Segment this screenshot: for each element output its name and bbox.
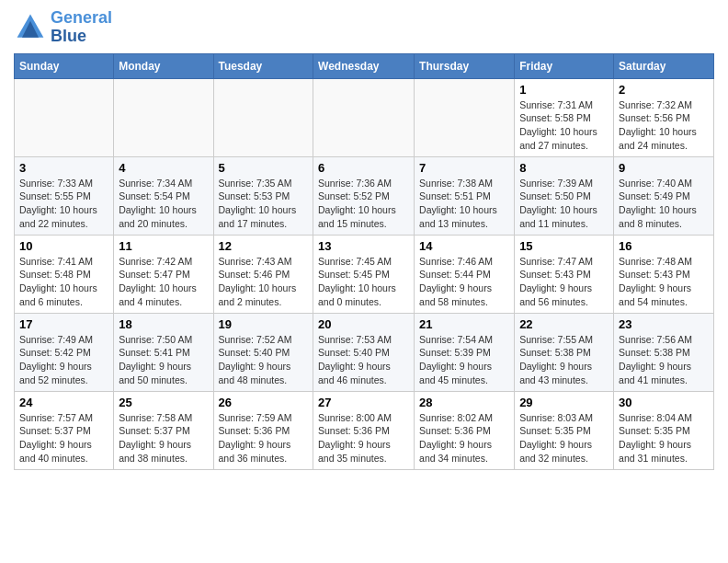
calendar-cell: 21Sunrise: 7:54 AM Sunset: 5:39 PM Dayli…: [415, 313, 515, 391]
day-number: 17: [19, 317, 108, 331]
day-info: Sunrise: 7:42 AM Sunset: 5:47 PM Dayligh…: [119, 255, 208, 309]
calendar-cell: 17Sunrise: 7:49 AM Sunset: 5:42 PM Dayli…: [15, 313, 114, 391]
calendar-body: 1Sunrise: 7:31 AM Sunset: 5:58 PM Daylig…: [15, 78, 714, 469]
day-info: Sunrise: 7:50 AM Sunset: 5:41 PM Dayligh…: [119, 333, 208, 387]
logo-icon: [14, 11, 47, 44]
day-info: Sunrise: 7:34 AM Sunset: 5:54 PM Dayligh…: [119, 177, 208, 231]
day-number: 4: [119, 161, 208, 175]
day-number: 3: [19, 161, 108, 175]
day-info: Sunrise: 7:48 AM Sunset: 5:43 PM Dayligh…: [619, 255, 709, 309]
day-number: 7: [419, 161, 509, 175]
calendar-cell: 26Sunrise: 7:59 AM Sunset: 5:36 PM Dayli…: [213, 391, 313, 469]
page-container: General Blue SundayMondayTuesdayWednesda…: [0, 0, 728, 479]
day-number: 29: [519, 396, 609, 409]
day-info: Sunrise: 7:40 AM Sunset: 5:49 PM Dayligh…: [619, 177, 709, 231]
logo: General Blue: [14, 9, 112, 46]
calendar-cell: 18Sunrise: 7:50 AM Sunset: 5:41 PM Dayli…: [114, 313, 213, 391]
day-number: 26: [219, 396, 309, 409]
day-number: 24: [19, 396, 108, 409]
day-number: 12: [219, 239, 309, 253]
day-number: 5: [219, 161, 309, 175]
day-number: 11: [119, 239, 208, 253]
day-info: Sunrise: 7:46 AM Sunset: 5:44 PM Dayligh…: [419, 255, 509, 309]
day-number: 19: [219, 317, 309, 331]
day-info: Sunrise: 7:58 AM Sunset: 5:37 PM Dayligh…: [119, 411, 208, 465]
day-info: Sunrise: 7:38 AM Sunset: 5:51 PM Dayligh…: [419, 177, 509, 231]
calendar-cell: 27Sunrise: 8:00 AM Sunset: 5:36 PM Dayli…: [313, 391, 415, 469]
day-number: 23: [619, 317, 709, 331]
calendar-cell: 2Sunrise: 7:32 AM Sunset: 5:56 PM Daylig…: [614, 78, 714, 156]
calendar-cell: [114, 78, 213, 156]
weekday-header: Monday: [114, 53, 213, 78]
day-number: 27: [318, 396, 409, 409]
calendar-cell: 22Sunrise: 7:55 AM Sunset: 5:38 PM Dayli…: [515, 313, 614, 391]
day-info: Sunrise: 7:39 AM Sunset: 5:50 PM Dayligh…: [519, 177, 609, 231]
header: General Blue: [14, 9, 714, 46]
calendar-header: SundayMondayTuesdayWednesdayThursdayFrid…: [15, 53, 714, 78]
calendar-cell: 11Sunrise: 7:42 AM Sunset: 5:47 PM Dayli…: [114, 235, 213, 313]
day-number: 2: [619, 83, 709, 97]
day-info: Sunrise: 7:41 AM Sunset: 5:48 PM Dayligh…: [19, 255, 108, 309]
day-info: Sunrise: 8:02 AM Sunset: 5:36 PM Dayligh…: [419, 411, 509, 465]
calendar-cell: 30Sunrise: 8:04 AM Sunset: 5:35 PM Dayli…: [614, 391, 714, 469]
calendar-cell: [15, 78, 114, 156]
calendar-cell: 28Sunrise: 8:02 AM Sunset: 5:36 PM Dayli…: [415, 391, 515, 469]
weekday-header: Thursday: [415, 53, 515, 78]
day-number: 20: [318, 317, 409, 331]
day-info: Sunrise: 8:00 AM Sunset: 5:36 PM Dayligh…: [318, 411, 409, 465]
day-info: Sunrise: 7:52 AM Sunset: 5:40 PM Dayligh…: [219, 333, 309, 387]
day-number: 18: [119, 317, 208, 331]
day-info: Sunrise: 7:43 AM Sunset: 5:46 PM Dayligh…: [219, 255, 309, 309]
day-number: 15: [519, 239, 609, 253]
day-number: 22: [519, 317, 609, 331]
calendar-cell: 15Sunrise: 7:47 AM Sunset: 5:43 PM Dayli…: [515, 235, 614, 313]
day-number: 10: [19, 239, 108, 253]
weekday-header: Sunday: [15, 53, 114, 78]
calendar-cell: 7Sunrise: 7:38 AM Sunset: 5:51 PM Daylig…: [415, 156, 515, 235]
day-number: 25: [119, 396, 208, 409]
calendar-cell: 29Sunrise: 8:03 AM Sunset: 5:35 PM Dayli…: [515, 391, 614, 469]
weekday-header: Saturday: [614, 53, 714, 78]
day-number: 21: [419, 317, 509, 331]
day-info: Sunrise: 7:35 AM Sunset: 5:53 PM Dayligh…: [219, 177, 309, 231]
calendar-cell: 24Sunrise: 7:57 AM Sunset: 5:37 PM Dayli…: [15, 391, 114, 469]
day-number: 28: [419, 396, 509, 409]
calendar-cell: 19Sunrise: 7:52 AM Sunset: 5:40 PM Dayli…: [213, 313, 313, 391]
day-info: Sunrise: 8:03 AM Sunset: 5:35 PM Dayligh…: [519, 411, 609, 465]
weekday-header: Friday: [515, 53, 614, 78]
day-info: Sunrise: 7:53 AM Sunset: 5:40 PM Dayligh…: [318, 333, 409, 387]
logo-text: General Blue: [51, 9, 112, 46]
calendar-cell: [213, 78, 313, 156]
day-number: 1: [519, 83, 609, 97]
day-number: 30: [619, 396, 709, 409]
day-number: 14: [419, 239, 509, 253]
calendar-cell: 6Sunrise: 7:36 AM Sunset: 5:52 PM Daylig…: [313, 156, 415, 235]
calendar-cell: 5Sunrise: 7:35 AM Sunset: 5:53 PM Daylig…: [213, 156, 313, 235]
day-number: 9: [619, 161, 709, 175]
day-number: 16: [619, 239, 709, 253]
day-info: Sunrise: 7:47 AM Sunset: 5:43 PM Dayligh…: [519, 255, 609, 309]
calendar: SundayMondayTuesdayWednesdayThursdayFrid…: [14, 53, 714, 470]
weekday-header: Wednesday: [313, 53, 415, 78]
calendar-cell: 14Sunrise: 7:46 AM Sunset: 5:44 PM Dayli…: [415, 235, 515, 313]
calendar-cell: 10Sunrise: 7:41 AM Sunset: 5:48 PM Dayli…: [15, 235, 114, 313]
day-info: Sunrise: 7:54 AM Sunset: 5:39 PM Dayligh…: [419, 333, 509, 387]
day-info: Sunrise: 7:33 AM Sunset: 5:55 PM Dayligh…: [19, 177, 108, 231]
calendar-cell: 16Sunrise: 7:48 AM Sunset: 5:43 PM Dayli…: [614, 235, 714, 313]
calendar-cell: 13Sunrise: 7:45 AM Sunset: 5:45 PM Dayli…: [313, 235, 415, 313]
day-info: Sunrise: 7:57 AM Sunset: 5:37 PM Dayligh…: [19, 411, 108, 465]
day-number: 6: [318, 161, 409, 175]
calendar-cell: 12Sunrise: 7:43 AM Sunset: 5:46 PM Dayli…: [213, 235, 313, 313]
day-info: Sunrise: 7:36 AM Sunset: 5:52 PM Dayligh…: [318, 177, 409, 231]
calendar-cell: 23Sunrise: 7:56 AM Sunset: 5:38 PM Dayli…: [614, 313, 714, 391]
calendar-cell: 8Sunrise: 7:39 AM Sunset: 5:50 PM Daylig…: [515, 156, 614, 235]
day-info: Sunrise: 7:32 AM Sunset: 5:56 PM Dayligh…: [619, 98, 709, 153]
day-info: Sunrise: 7:59 AM Sunset: 5:36 PM Dayligh…: [219, 411, 309, 465]
day-number: 13: [318, 239, 409, 253]
calendar-cell: 1Sunrise: 7:31 AM Sunset: 5:58 PM Daylig…: [515, 78, 614, 156]
calendar-cell: 9Sunrise: 7:40 AM Sunset: 5:49 PM Daylig…: [614, 156, 714, 235]
calendar-cell: 25Sunrise: 7:58 AM Sunset: 5:37 PM Dayli…: [114, 391, 213, 469]
calendar-cell: 4Sunrise: 7:34 AM Sunset: 5:54 PM Daylig…: [114, 156, 213, 235]
weekday-header: Tuesday: [213, 53, 313, 78]
day-info: Sunrise: 7:31 AM Sunset: 5:58 PM Dayligh…: [519, 98, 609, 153]
